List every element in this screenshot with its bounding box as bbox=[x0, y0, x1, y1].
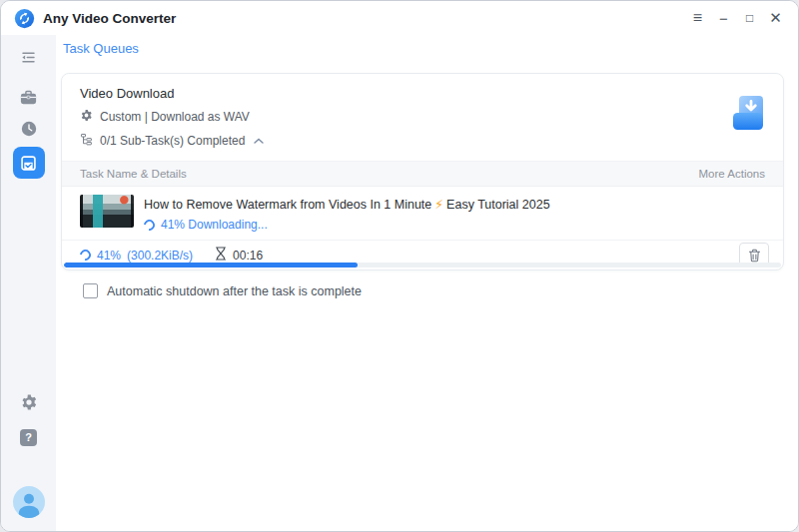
task-inline-status: 41% Downloading... bbox=[144, 218, 550, 232]
toolbox-icon[interactable] bbox=[13, 81, 45, 113]
shutdown-checkbox[interactable] bbox=[83, 283, 98, 298]
hourglass-icon bbox=[215, 247, 227, 264]
chevron-up-icon[interactable] bbox=[254, 138, 264, 144]
trash-icon bbox=[748, 249, 761, 263]
collapse-sidebar-icon[interactable] bbox=[13, 41, 45, 73]
user-avatar[interactable] bbox=[13, 486, 45, 518]
menu-icon[interactable]: ≡ bbox=[689, 7, 706, 29]
task-title: How to Remove Watermark from Videos In 1… bbox=[144, 197, 550, 212]
main-panel: Task Queues Video Download Custom | Down… bbox=[56, 35, 798, 531]
download-progress-bar bbox=[64, 263, 781, 267]
settings-gear-icon[interactable] bbox=[13, 386, 45, 418]
inline-status-text: 41% Downloading... bbox=[161, 218, 268, 232]
history-clock-icon[interactable] bbox=[13, 113, 45, 145]
app-title: Any Video Converter bbox=[43, 11, 176, 26]
title-bar: Any Video Converter ≡ − □ ✕ bbox=[1, 1, 798, 35]
task-row: How to Remove Watermark from Videos In 1… bbox=[62, 187, 783, 240]
task-queue-icon[interactable] bbox=[13, 147, 45, 179]
download-progress-fill bbox=[64, 263, 358, 267]
download-speed: (300.2KiB/s) bbox=[127, 249, 193, 263]
profile-info: Custom | Download as WAV bbox=[100, 110, 250, 124]
profile-gear-icon bbox=[80, 109, 93, 125]
download-tray-icon bbox=[729, 94, 769, 140]
maximize-icon[interactable]: □ bbox=[741, 7, 758, 29]
download-task-card: Video Download Custom | Download as WAV bbox=[61, 73, 784, 270]
app-window: Any Video Converter ≡ − □ ✕ bbox=[0, 0, 799, 532]
page-title: Task Queues bbox=[63, 41, 139, 56]
help-icon[interactable]: ? bbox=[13, 421, 45, 453]
profile-row: Custom | Download as WAV bbox=[80, 109, 765, 125]
column-more-actions: More Actions bbox=[699, 168, 765, 180]
spinner-icon bbox=[142, 217, 157, 232]
avatar-person-icon bbox=[13, 486, 45, 518]
lightning-bolt-glyph: ⚡ bbox=[431, 198, 446, 212]
task-group-title: Video Download bbox=[80, 86, 765, 101]
shutdown-label: Automatic shutdown after the task is com… bbox=[107, 284, 362, 298]
minimize-icon[interactable]: − bbox=[715, 7, 732, 29]
app-logo-icon bbox=[14, 8, 35, 29]
video-thumbnail bbox=[80, 195, 134, 228]
spinner-icon bbox=[78, 248, 93, 263]
task-table-header: Task Name & Details More Actions bbox=[62, 161, 783, 187]
sidebar: ? bbox=[1, 35, 56, 531]
column-task-name: Task Name & Details bbox=[80, 168, 187, 180]
close-icon[interactable]: ✕ bbox=[767, 7, 784, 29]
help-question-glyph: ? bbox=[20, 429, 37, 446]
subtask-tree-icon bbox=[80, 133, 93, 149]
subtask-summary: 0/1 Sub-Task(s) Completed bbox=[100, 134, 245, 148]
shutdown-option-row: Automatic shutdown after the task is com… bbox=[83, 283, 362, 298]
progress-percent: 41% bbox=[97, 249, 121, 263]
elapsed-time: 00:16 bbox=[233, 249, 263, 263]
subtask-row: 0/1 Sub-Task(s) Completed bbox=[80, 133, 765, 149]
window-controls: ≡ − □ ✕ bbox=[689, 7, 784, 29]
